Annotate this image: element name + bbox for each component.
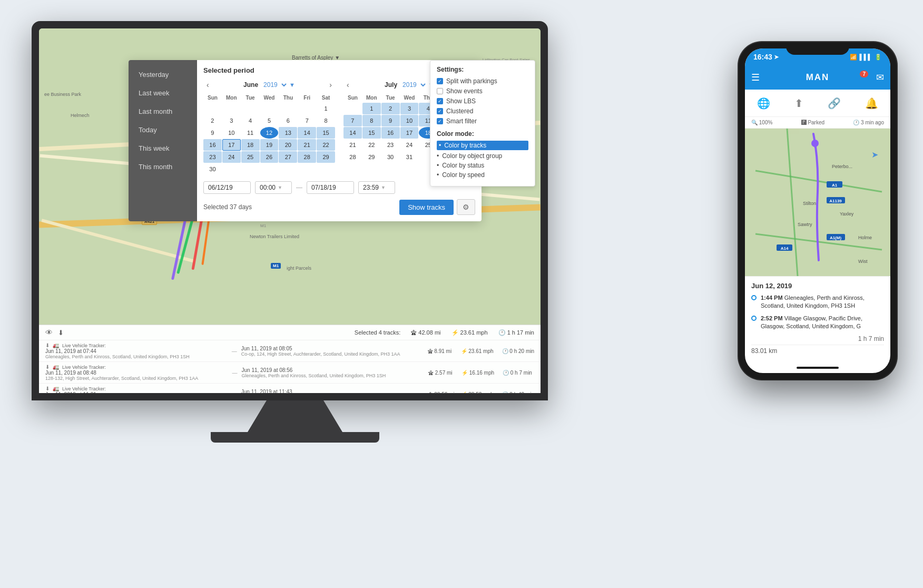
trip-start: 1:44 PM Gleneagles, Perth and Kinross, S… — [751, 294, 884, 310]
smart-filter-checkbox[interactable]: ✓ — [437, 118, 443, 124]
july-day-23[interactable]: 23 — [381, 139, 400, 151]
july-prev-nav[interactable]: ‹ — [343, 80, 352, 90]
quick-select-this-month[interactable]: This month — [129, 158, 197, 176]
settings-clustered[interactable]: ✓ Clustered — [437, 107, 528, 115]
end-time-select[interactable]: 23:59 ▼ — [358, 181, 395, 194]
june-day-4[interactable]: 4 — [241, 115, 260, 126]
july-year-select[interactable]: 2019 — [398, 80, 427, 90]
quick-select-today[interactable]: Today — [129, 121, 197, 139]
clustered-checkbox[interactable]: ✓ — [437, 108, 443, 114]
color-by-status[interactable]: • Color by status — [437, 162, 528, 169]
clustered-label: Clustered — [446, 107, 473, 115]
july-day-9[interactable]: 9 — [381, 115, 400, 126]
june-year-select[interactable]: 2019 — [259, 80, 288, 90]
june-day-1[interactable]: 1 — [317, 103, 335, 114]
eye-icon[interactable]: 👁 — [45, 328, 53, 337]
settings-split-parkings[interactable]: ✓ Split with parkings — [437, 77, 528, 85]
nav-globe[interactable]: 🌐 — [757, 97, 770, 110]
june-next-nav[interactable]: › — [326, 80, 335, 90]
june-day-3[interactable]: 3 — [222, 115, 241, 126]
download-icon-1[interactable]: ⬇ — [45, 364, 50, 370]
settings-show-lbs[interactable]: ✓ Show LBS — [437, 97, 528, 105]
quick-select-last-week[interactable]: Last week — [129, 84, 197, 102]
end-date-input[interactable] — [307, 181, 354, 194]
june-day-28[interactable]: 28 — [298, 151, 316, 163]
track-row-left-2: ⬇ 🚛 Live Vehicle Tracker: Jun 11, 2019 a… — [45, 386, 228, 393]
july-day-28[interactable]: 28 — [343, 151, 362, 163]
july-day-1[interactable]: 1 — [362, 103, 381, 114]
june-day-15[interactable]: 15 — [317, 127, 335, 139]
phone-map[interactable]: A1 A1139 A1(M) A14 Peterbo... Yaxley Sti… — [745, 129, 890, 276]
june-day-19[interactable]: 19 — [260, 139, 279, 151]
june-day-5[interactable]: 5 — [260, 115, 279, 126]
split-parkings-checkbox[interactable]: ✓ — [437, 78, 443, 84]
june-day-30[interactable]: 30 — [203, 163, 222, 175]
june-day-26[interactable]: 26 — [260, 151, 279, 163]
june-day-16[interactable]: 16 — [203, 139, 222, 151]
july-day-2[interactable]: 2 — [381, 103, 400, 114]
june-day-2[interactable]: 2 — [203, 115, 222, 126]
settings-gear-button[interactable]: ⚙ — [457, 199, 475, 215]
track-row-1[interactable]: ⬇ 🚛 Live Vehicle Tracker: Jun 11, 2019 a… — [39, 362, 541, 384]
june-day-11[interactable]: 11 — [241, 127, 260, 139]
july-day-16[interactable]: 16 — [381, 127, 400, 139]
july-day-22[interactable]: 22 — [362, 139, 381, 151]
june-day-22[interactable]: 22 — [317, 139, 335, 151]
july-day-17[interactable]: 17 — [400, 127, 419, 139]
june-day-23[interactable]: 23 — [203, 151, 222, 163]
track-row-2[interactable]: ⬇ 🚛 Live Vehicle Tracker: Jun 11, 2019 a… — [39, 384, 541, 393]
download-icon-2[interactable]: ⬇ — [45, 386, 50, 391]
july-day-21[interactable]: 21 — [343, 139, 362, 151]
june-day-17[interactable]: 17 — [222, 139, 241, 151]
july-day-14[interactable]: 14 — [343, 127, 362, 139]
track-row-0[interactable]: ⬇ 🚛 Live Vehicle Tracker: Jun 11, 2019 a… — [39, 340, 541, 362]
june-day-18[interactable]: 18 — [241, 139, 260, 151]
settings-show-events[interactable]: Show events — [437, 87, 528, 95]
june-day-21[interactable]: 21 — [298, 139, 316, 151]
june-day-20[interactable]: 20 — [279, 139, 297, 151]
june-day-12[interactable]: 12 — [260, 127, 279, 139]
july-day-8[interactable]: 8 — [362, 115, 381, 126]
july-day-15[interactable]: 15 — [362, 127, 381, 139]
color-by-speed[interactable]: • Color by speed — [437, 171, 528, 179]
hamburger-menu-icon[interactable]: ☰ — [751, 72, 760, 83]
july-day-29[interactable]: 29 — [362, 151, 381, 163]
june-day-6[interactable]: 6 — [279, 115, 297, 126]
phone-envelope-icon[interactable]: ✉ — [876, 72, 884, 83]
start-date-input[interactable] — [203, 181, 251, 194]
show-tracks-button[interactable]: Show tracks — [399, 200, 454, 215]
show-lbs-checkbox[interactable]: ✓ — [437, 98, 443, 104]
color-by-object-group[interactable]: • Color by object group — [437, 152, 528, 160]
june-day-10[interactable]: 10 — [222, 127, 241, 139]
quick-select-this-week[interactable]: This week — [129, 139, 197, 158]
bell-icon: 🔔 — [865, 97, 878, 110]
june-day-13[interactable]: 13 — [279, 127, 297, 139]
july-day-31[interactable]: 31 — [400, 151, 419, 163]
download-icon-0[interactable]: ⬇ — [45, 342, 50, 348]
nav-upload[interactable]: ⬆ — [794, 97, 803, 110]
june-day-7[interactable]: 7 — [298, 115, 316, 126]
june-day-14[interactable]: 14 — [298, 127, 316, 139]
quick-select-last-month[interactable]: Last month — [129, 102, 197, 121]
june-prev-nav[interactable]: ‹ — [203, 80, 212, 90]
june-day-9[interactable]: 9 — [203, 127, 222, 139]
june-day-29[interactable]: 29 — [317, 151, 335, 163]
show-events-checkbox[interactable] — [437, 88, 443, 94]
july-day-24[interactable]: 24 — [400, 139, 419, 151]
june-day-8[interactable]: 8 — [317, 115, 335, 126]
nav-share[interactable]: 🔗 — [828, 97, 841, 110]
start-time-select[interactable]: 00:00 ▼ — [255, 181, 292, 194]
june-day-27[interactable]: 27 — [279, 151, 297, 163]
june-day-25[interactable]: 25 — [241, 151, 260, 163]
settings-smart-filter[interactable]: ✓ Smart filter — [437, 117, 528, 125]
july-day-7[interactable]: 7 — [343, 115, 362, 126]
nav-bell[interactable]: 🔔 — [865, 97, 878, 110]
july-day-30[interactable]: 30 — [381, 151, 400, 163]
home-indicator[interactable] — [797, 367, 839, 369]
july-day-10[interactable]: 10 — [400, 115, 419, 126]
color-by-tracks[interactable]: • Color by tracks — [437, 141, 528, 150]
quick-select-yesterday[interactable]: Yesterday — [129, 65, 197, 84]
july-day-3[interactable]: 3 — [400, 103, 419, 114]
download-icon[interactable]: ⬇ — [58, 329, 64, 337]
june-day-24[interactable]: 24 — [222, 151, 241, 163]
